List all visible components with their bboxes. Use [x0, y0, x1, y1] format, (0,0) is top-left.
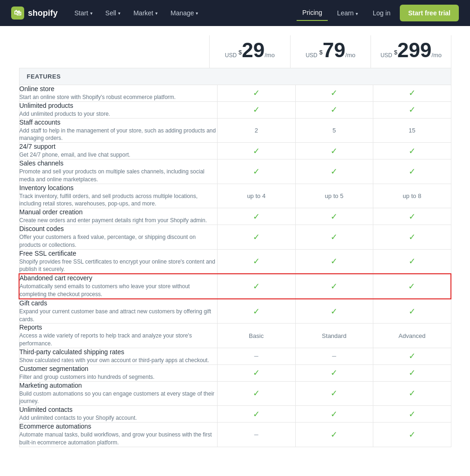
- feature-name-cell: 24/7 support Get 24/7 phone, email, and …: [19, 143, 218, 159]
- feature-value-cell: –: [295, 348, 373, 364]
- check-icon: ✓: [409, 410, 416, 419]
- feature-value-cell: ✓: [218, 274, 295, 299]
- check-icon: ✓: [331, 167, 338, 176]
- feature-row: Gift cards Expand your current customer …: [19, 299, 451, 324]
- feature-name-cell: Customer segmentation Filter and group c…: [19, 364, 218, 381]
- feature-name-cell: Online store Start an online store with …: [19, 85, 218, 102]
- check-icon: ✓: [253, 105, 260, 114]
- feature-value-cell: ✓: [295, 422, 373, 447]
- feature-name-cell: Sales channels Promote and sell your pro…: [19, 159, 218, 184]
- feature-name-cell: Gift cards Expand your current customer …: [19, 299, 218, 324]
- check-icon: ✓: [253, 389, 260, 398]
- feature-value-cell: –: [218, 348, 295, 364]
- feature-name-cell: Unlimited products Add unlimited product…: [19, 101, 218, 118]
- feature-value-cell: ✓: [218, 159, 295, 184]
- check-icon: ✓: [409, 307, 416, 316]
- feature-value-cell: –: [218, 422, 295, 447]
- chevron-icon: ▾: [356, 11, 358, 16]
- feature-name-cell: Manual order creation Create new orders …: [19, 208, 218, 225]
- feature-desc: Create new orders and enter payment deta…: [20, 217, 218, 225]
- feature-name-cell: Staff accounts Add staff to help in the …: [19, 118, 218, 143]
- chevron-icon: ▾: [196, 11, 198, 16]
- check-icon: ✓: [331, 282, 338, 291]
- feature-desc: Build custom automations so you can enga…: [20, 390, 218, 406]
- nav-manage[interactable]: Manage ▾: [165, 6, 204, 20]
- feature-value-cell: ✓: [295, 406, 373, 423]
- feature-value-cell: ✓: [218, 406, 295, 423]
- nav-market[interactable]: Market ▾: [128, 6, 163, 20]
- feature-title: Discount codes: [20, 225, 218, 232]
- price-header: USD $29/mo USD $79/mo USD $299/mo: [19, 35, 451, 68]
- check-icon: ✓: [253, 282, 260, 291]
- check-icon: ✓: [253, 167, 260, 176]
- dash-icon: –: [254, 352, 258, 360]
- feature-value-cell: ✓: [295, 364, 373, 381]
- feature-desc: Filter and group customers into hundreds…: [20, 373, 218, 381]
- feature-desc: Promote and sell your products on multip…: [20, 168, 218, 184]
- nav-sell[interactable]: Sell ▾: [100, 6, 126, 20]
- feature-name-cell: Marketing automation Build custom automa…: [19, 381, 218, 406]
- feature-text-value: up to 8: [403, 192, 421, 199]
- feature-value-cell: ✓: [373, 381, 451, 406]
- price-plan-1: USD $29/mo: [209, 35, 290, 68]
- feature-name-cell: Inventory locations Track inventory, ful…: [19, 184, 218, 208]
- feature-name-cell: Abandoned cart recovery Automatically se…: [19, 274, 218, 299]
- nav-login[interactable]: Log in: [367, 6, 396, 20]
- check-icon: ✓: [409, 232, 416, 242]
- feature-value-cell: ✓: [373, 364, 451, 381]
- feature-text-value: 15: [409, 127, 415, 134]
- feature-row: Ecommerce automations Automate manual ta…: [19, 422, 451, 447]
- nav-start[interactable]: Start ▾: [69, 6, 98, 20]
- feature-value-cell: up to 4: [218, 184, 295, 208]
- feature-text-value: Standard: [322, 332, 346, 339]
- feature-name-cell: Free SSL certificate Shopify provides fr…: [19, 249, 218, 274]
- feature-value-cell: ✓: [295, 85, 373, 102]
- feature-text-value: Basic: [249, 332, 264, 339]
- nav-learn[interactable]: Learn ▾: [331, 6, 364, 20]
- check-icon: ✓: [331, 146, 338, 156]
- dash-icon: –: [332, 352, 336, 360]
- feature-value-cell: ✓: [373, 274, 451, 299]
- feature-desc: Show calculated rates with your own acco…: [20, 357, 218, 364]
- feature-value-cell: ✓: [218, 249, 295, 274]
- check-icon: ✓: [253, 146, 260, 156]
- main-content: USD $29/mo USD $79/mo USD $299/mo FEATUR…: [0, 26, 470, 456]
- feature-name-cell: Reports Access a wide variety of reports…: [19, 324, 218, 348]
- feature-value-cell: ✓: [295, 143, 373, 159]
- feature-row: Manual order creation Create new orders …: [19, 208, 451, 225]
- feature-title: Staff accounts: [20, 119, 218, 126]
- check-icon: ✓: [409, 88, 416, 98]
- feature-value-cell: ✓: [373, 143, 451, 159]
- check-icon: ✓: [331, 307, 338, 316]
- check-icon: ✓: [409, 257, 416, 266]
- check-icon: ✓: [409, 368, 416, 377]
- feature-value-cell: ✓: [218, 208, 295, 225]
- chevron-icon: ▾: [118, 11, 120, 16]
- check-icon: ✓: [409, 105, 416, 114]
- feature-desc: Start an online store with Shopify's rob…: [20, 93, 218, 101]
- check-icon: ✓: [409, 351, 416, 361]
- feature-value-cell: ✓: [373, 249, 451, 274]
- check-icon: ✓: [331, 212, 338, 221]
- feature-row: Unlimited products Add unlimited product…: [19, 101, 451, 118]
- chevron-icon: ▾: [90, 11, 93, 16]
- logo[interactable]: 🛍 shopify: [11, 7, 58, 20]
- check-icon: ✓: [331, 105, 338, 114]
- feature-row: Staff accounts Add staff to help in the …: [19, 118, 451, 143]
- feature-title: Reports: [20, 324, 218, 331]
- feature-desc: Expand your current customer base and at…: [20, 308, 218, 324]
- feature-value-cell: ✓: [218, 85, 295, 102]
- feature-value-cell: 5: [295, 118, 373, 143]
- feature-text-value: 5: [332, 127, 336, 134]
- start-trial-button[interactable]: Start free trial: [400, 5, 459, 21]
- feature-value-cell: ✓: [295, 225, 373, 249]
- feature-name-cell: Discount codes Offer your customers a fi…: [19, 225, 218, 249]
- nav-pricing[interactable]: Pricing: [297, 5, 328, 21]
- feature-desc: Access a wide variety of reports to help…: [20, 332, 218, 348]
- feature-value-cell: ✓: [373, 208, 451, 225]
- feature-title: Customer segmentation: [20, 365, 218, 372]
- feature-value-cell: ✓: [373, 299, 451, 324]
- feature-row: Unlimited contacts Add unlimited contact…: [19, 406, 451, 423]
- check-icon: ✓: [253, 88, 260, 98]
- feature-value-cell: ✓: [373, 225, 451, 249]
